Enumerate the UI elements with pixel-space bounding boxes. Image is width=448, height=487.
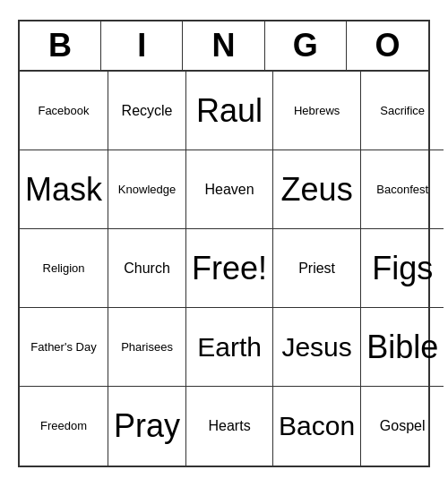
bingo-cell: Figs [361, 229, 444, 308]
header-letter: B [20, 21, 101, 70]
cell-text: Freedom [40, 419, 87, 433]
cell-text: Religion [43, 261, 85, 276]
cell-text: Jesus [281, 331, 351, 363]
bingo-cell: Priest [273, 229, 361, 308]
header-letter: G [265, 21, 347, 70]
cell-text: Pray [114, 406, 180, 445]
cell-text: Priest [298, 260, 335, 277]
cell-text: Bacon [279, 410, 355, 442]
bingo-cell: Gospel [361, 387, 444, 466]
bingo-cell: Sacrifice [361, 72, 444, 150]
cell-text: Recycle [122, 102, 173, 119]
bingo-cell: Religion [20, 229, 108, 308]
cell-text: Heaven [204, 181, 254, 198]
bingo-cell: Free! [186, 229, 273, 308]
bingo-cell: Hearts [186, 387, 273, 466]
cell-text: Bible [366, 328, 438, 366]
cell-text: Sacrifice [380, 104, 425, 118]
bingo-card: BINGO FacebookRecycleRaulHebrewsSacrific… [18, 20, 430, 467]
cell-text: Hebrews [294, 104, 340, 118]
bingo-cell: Church [108, 229, 186, 308]
cell-text: Mask [25, 170, 102, 209]
bingo-cell: Knowledge [108, 150, 186, 229]
cell-text: Father's Day [30, 340, 96, 355]
cell-text: Baconfest [376, 183, 428, 197]
bingo-cell: Mask [20, 150, 108, 229]
header-letter: N [183, 21, 264, 70]
bingo-cell: Recycle [108, 72, 186, 150]
cell-text: Zeus [281, 170, 353, 209]
bingo-grid: FacebookRecycleRaulHebrewsSacrificeMaskK… [20, 72, 428, 466]
cell-text: Raul [196, 91, 263, 130]
bingo-cell: Pharisees [108, 308, 186, 387]
bingo-cell: Baconfest [361, 150, 444, 229]
cell-text: Gospel [380, 417, 426, 434]
bingo-header: BINGO [20, 21, 428, 72]
cell-text: Knowledge [118, 183, 176, 197]
header-letter: O [347, 21, 428, 70]
bingo-cell: Facebook [20, 72, 108, 150]
bingo-cell: Bible [361, 308, 444, 387]
bingo-cell: Zeus [273, 150, 361, 229]
bingo-cell: Father's Day [20, 308, 108, 387]
bingo-cell: Pray [108, 387, 186, 466]
cell-text: Figs [372, 249, 433, 287]
bingo-cell: Raul [186, 72, 273, 150]
header-letter: I [101, 21, 183, 70]
cell-text: Earth [197, 331, 262, 363]
cell-text: Pharisees [121, 340, 173, 355]
bingo-cell: Hebrews [273, 72, 361, 150]
cell-text: Hearts [209, 417, 251, 434]
cell-text: Church [124, 260, 170, 277]
cell-text: Facebook [38, 104, 89, 118]
bingo-cell: Heaven [186, 150, 273, 229]
bingo-cell: Bacon [273, 387, 361, 466]
bingo-cell: Earth [186, 308, 273, 387]
cell-text: Free! [192, 249, 267, 287]
bingo-cell: Jesus [273, 308, 361, 387]
bingo-cell: Freedom [20, 387, 108, 466]
